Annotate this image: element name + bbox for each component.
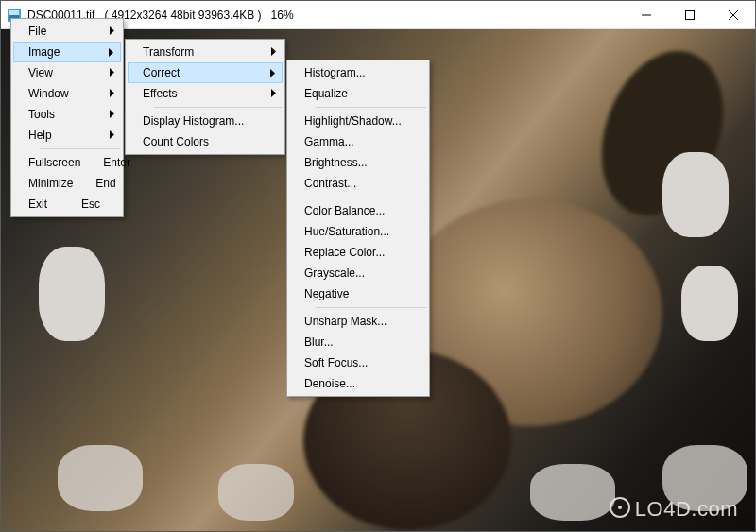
title-zoom: 16%: [271, 9, 294, 22]
menu-item-label: Help: [28, 129, 52, 142]
menu-minimize[interactable]: MinimizeEnd: [13, 173, 121, 194]
menu-color-balance[interactable]: Color Balance...: [289, 200, 427, 221]
menu-item-label: Brightness...: [304, 156, 368, 169]
menu-blur[interactable]: Blur...: [289, 332, 427, 352]
menu-item-label: Unsharp Mask...: [304, 315, 387, 328]
menu-hue-saturation[interactable]: Hue/Saturation...: [289, 221, 427, 242]
menu-separator: [316, 307, 426, 308]
maximize-button[interactable]: [668, 1, 712, 28]
blanket-stripe: [218, 464, 294, 521]
window-controls: [625, 1, 755, 28]
chevron-right-icon: [110, 26, 115, 35]
menu-exit[interactable]: ExitEsc: [13, 194, 121, 215]
menu-transform[interactable]: Transform: [128, 42, 283, 62]
menu-help[interactable]: Help: [13, 125, 121, 146]
menu-item-shortcut: Esc: [59, 197, 100, 211]
menu-item-label: Transform: [143, 45, 194, 59]
chevron-right-icon: [110, 68, 115, 77]
menu-display-histogram[interactable]: Display Histogram...: [128, 111, 283, 131]
menu-gamma[interactable]: Gamma...: [289, 131, 427, 152]
menu-item-label: Soft Focus...: [304, 356, 368, 369]
menu-item-label: Count Colors: [143, 135, 209, 148]
menu-replace-color[interactable]: Replace Color...: [289, 242, 427, 263]
menu-item-label: Tools: [28, 108, 55, 121]
menu-grayscale[interactable]: Grayscale...: [289, 263, 427, 283]
image-submenu: Transform Correct Effects Display Histog…: [125, 39, 285, 155]
menu-denoise[interactable]: Denoise...: [289, 373, 427, 394]
blanket-stripe: [681, 266, 738, 341]
chevron-right-icon: [110, 130, 115, 139]
menu-item-label: Contrast...: [304, 177, 356, 190]
correct-submenu: Histogram... Equalize Highlight/Shadow..…: [286, 60, 430, 397]
menu-item-label: Replace Color...: [304, 246, 385, 259]
menu-histogram[interactable]: Histogram...: [289, 62, 427, 83]
menu-correct[interactable]: Correct: [128, 62, 283, 83]
chevron-right-icon: [110, 110, 115, 118]
menu-item-label: Denoise...: [304, 377, 355, 390]
minimize-button[interactable]: [625, 1, 668, 28]
app-window: DSC00011.tif ( 4912x3264 48bit 93963.4KB…: [0, 0, 756, 532]
menu-soft-focus[interactable]: Soft Focus...: [289, 352, 427, 373]
menu-equalize[interactable]: Equalize: [289, 83, 427, 104]
menu-item-label: Grayscale...: [304, 266, 365, 280]
menu-contrast[interactable]: Contrast...: [289, 173, 427, 194]
menu-fullscreen[interactable]: FullscreenEnter: [13, 152, 121, 173]
menu-item-label: Hue/Saturation...: [304, 225, 389, 238]
close-button[interactable]: [712, 1, 755, 28]
menu-item-label: Equalize: [304, 87, 348, 100]
menu-item-label: File: [28, 25, 46, 38]
menu-item-label: Display Histogram...: [143, 114, 244, 128]
menu-view[interactable]: View: [13, 62, 121, 83]
chevron-right-icon: [270, 69, 276, 77]
menu-item-label: Minimize: [28, 177, 73, 190]
watermark-icon: [610, 497, 630, 518]
minimize-icon: [642, 10, 651, 20]
menu-separator: [40, 148, 120, 149]
menu-item-label: View: [28, 66, 53, 79]
menu-item-shortcut: Enter: [80, 156, 130, 169]
menu-item-label: Effects: [143, 87, 177, 100]
menu-separator: [316, 107, 426, 108]
menu-item-label: Histogram...: [304, 66, 366, 79]
menu-file[interactable]: File: [13, 21, 121, 42]
main-context-menu: File Image View Window Tools Help Fullsc…: [10, 18, 124, 217]
chevron-right-icon: [271, 47, 277, 56]
menu-item-shortcut: End: [73, 177, 115, 190]
maximize-icon: [685, 10, 695, 20]
chevron-right-icon: [271, 89, 277, 97]
watermark-text: LO4D.com: [635, 497, 738, 522]
menu-item-label: Color Balance...: [304, 204, 385, 217]
menu-separator: [316, 197, 426, 197]
menu-brightness[interactable]: Brightness...: [289, 152, 427, 173]
menu-item-label: Correct: [143, 66, 180, 79]
menu-negative[interactable]: Negative: [289, 283, 427, 304]
menu-image[interactable]: Image: [13, 42, 121, 62]
menu-count-colors[interactable]: Count Colors: [128, 131, 283, 152]
menu-item-label: Image: [28, 45, 60, 59]
svg-rect-4: [686, 10, 695, 19]
menu-effects[interactable]: Effects: [128, 83, 283, 104]
menu-item-label: Blur...: [304, 335, 334, 349]
menu-item-label: Window: [28, 87, 69, 100]
blanket-stripe: [58, 445, 143, 511]
close-icon: [729, 10, 738, 20]
menu-item-label: Fullscreen: [28, 156, 80, 169]
menu-unsharp-mask[interactable]: Unsharp Mask...: [289, 311, 427, 332]
menu-window[interactable]: Window: [13, 83, 121, 104]
title-dims: ( 4912x3264 48bit 93963.4KB ): [104, 9, 261, 22]
menu-item-label: Gamma...: [304, 135, 354, 148]
menu-item-label: Negative: [304, 287, 349, 300]
menu-separator: [154, 107, 282, 108]
menu-item-label: Highlight/Shadow...: [304, 114, 402, 128]
menu-highlight-shadow[interactable]: Highlight/Shadow...: [289, 111, 427, 131]
menu-tools[interactable]: Tools: [13, 104, 121, 125]
blanket-stripe: [39, 247, 105, 341]
blanket-stripe: [662, 152, 729, 237]
chevron-right-icon: [110, 89, 115, 97]
blanket-stripe: [530, 464, 615, 521]
chevron-right-icon: [109, 48, 114, 57]
menu-item-label: Exit: [28, 197, 47, 211]
